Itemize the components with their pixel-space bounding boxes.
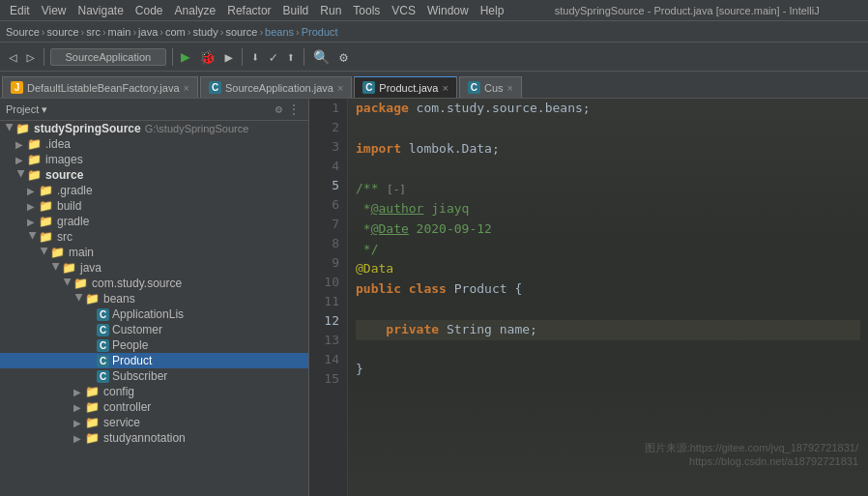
tree-item-idea[interactable]: ▶ 📁 .idea <box>0 136 308 152</box>
vcs-push-icon[interactable]: ⬆ <box>284 49 298 65</box>
code-line-15 <box>356 380 860 400</box>
code-area[interactable]: 1 2 3 4 5 6 7 8 9 10 11 12 13 14 15 pack… <box>309 99 868 496</box>
tab-label-sourceapp: SourceApplication.java <box>225 82 333 94</box>
tab-cus[interactable]: C Cus × <box>459 76 522 98</box>
menu-analyze[interactable]: Analyze <box>169 4 222 17</box>
tree-item-gradle[interactable]: ▶ 📁 gradle <box>0 214 308 229</box>
coverage-button[interactable]: ▶ <box>222 49 236 65</box>
menu-run[interactable]: Run <box>314 4 347 17</box>
tree-label-gradle: gradle <box>57 215 89 228</box>
tree-item-applicationlis[interactable]: C ApplicationLis <box>0 306 308 322</box>
tree-item-beans[interactable]: ▶ 📁 beans <box>0 291 308 306</box>
vcs-update-icon[interactable]: ⬇ <box>248 49 262 65</box>
tree-item-studyannotation[interactable]: ▶ 📁 studyannotation <box>0 430 308 446</box>
toolbar: ◁ ▷ SourceApplication ▶ 🐞 ▶ ⬇ ✓ ⬆ 🔍 ⚙ <box>0 43 868 72</box>
sidebar-title[interactable]: Project ▾ <box>6 103 273 116</box>
menu-view[interactable]: View <box>36 4 72 17</box>
tab-close-product[interactable]: × <box>443 82 448 94</box>
tree-item-com-study[interactable]: ▶ 📁 com.study.source <box>0 276 308 291</box>
service-icon: 📁 <box>85 416 100 429</box>
tree-item-java[interactable]: ▶ 📁 java <box>0 260 308 276</box>
tree-item-src[interactable]: ▶ 📁 src <box>0 229 308 245</box>
code-javadoc-date-pre: * <box>356 219 371 240</box>
editor: 1 2 3 4 5 6 7 8 9 10 11 12 13 14 15 pack… <box>309 99 868 496</box>
debug-button[interactable]: 🐞 <box>196 49 218 65</box>
file-icon-people: C <box>97 339 109 352</box>
source-icon: 📁 <box>27 168 42 182</box>
sidebar-settings-icon[interactable]: ⚙ <box>273 102 285 116</box>
fold-icon-5[interactable]: [-] <box>380 181 406 198</box>
tree-item-config[interactable]: ▶ 📁 config <box>0 384 308 399</box>
tree-item-build[interactable]: ▶ 📁 build <box>0 198 308 214</box>
tree-item-gradle-dot[interactable]: ▶ 📁 .gradle <box>0 183 308 198</box>
bc-source2[interactable]: source <box>47 26 79 38</box>
menu-help[interactable]: Help <box>475 4 510 17</box>
root-icon: 📁 <box>15 122 30 135</box>
code-line-11 <box>356 300 860 320</box>
tree-item-images[interactable]: ▶ 📁 images <box>0 152 308 167</box>
vcs-commit-icon[interactable]: ✓ <box>266 49 279 65</box>
tree-item-source[interactable]: ▶ 📁 source <box>0 167 308 183</box>
toolbar-sep-3 <box>242 48 243 66</box>
main-icon: 📁 <box>50 246 65 259</box>
menu-edit[interactable]: Edit <box>4 4 36 17</box>
tab-defaultlistable[interactable]: J DefaultListableBeanFactory.java × <box>2 76 198 98</box>
sidebar-gear-icon[interactable]: ⋮ <box>285 102 303 116</box>
tab-close-defaultlistable[interactable]: × <box>184 82 189 94</box>
main-content: Project ▾ ⚙ ⋮ ▶ 📁 studySpringSource G:\s… <box>0 99 868 496</box>
tree-label-java: java <box>80 261 101 275</box>
tree-item-service[interactable]: ▶ 📁 service <box>0 415 308 430</box>
tab-product[interactable]: C Product.java × <box>354 76 457 98</box>
tab-close-sourceapp[interactable]: × <box>337 82 343 94</box>
file-icon-product: C <box>97 355 109 367</box>
settings-icon[interactable]: ⚙ <box>336 49 350 65</box>
tree-label-root: studySpringSource <box>34 122 141 135</box>
menu-tools[interactable]: Tools <box>347 4 386 17</box>
ln-2: 2 <box>309 118 339 137</box>
bc-source3[interactable]: source <box>225 26 257 38</box>
menu-refactor[interactable]: Refactor <box>221 4 276 17</box>
sidebar-tree: ▶ 📁 studySpringSource G:\studySpringSour… <box>0 121 308 496</box>
bc-main[interactable]: main <box>108 26 131 38</box>
menu-navigate[interactable]: Navigate <box>72 4 129 17</box>
code-space-1 <box>401 279 409 300</box>
bc-src[interactable]: src <box>86 26 101 38</box>
tree-label-controller: controller <box>103 400 151 414</box>
bc-com[interactable]: com <box>165 26 186 38</box>
tree-item-controller[interactable]: ▶ 📁 controller <box>0 399 308 415</box>
tree-item-main[interactable]: ▶ 📁 main <box>0 245 308 260</box>
search-everywhere-icon[interactable]: 🔍 <box>310 49 333 65</box>
code-javadoc-author-tag: @author <box>371 199 424 219</box>
forward-icon[interactable]: ▷ <box>23 49 37 65</box>
run-button[interactable]: ▶ <box>179 47 192 66</box>
code-line-1: package com.study.source.beans; <box>356 99 860 119</box>
tab-close-cus[interactable]: × <box>507 82 513 94</box>
tree-item-customer[interactable]: C Customer <box>0 322 308 337</box>
bc-source[interactable]: Source <box>6 26 40 38</box>
tab-label-product: Product.java <box>379 82 438 94</box>
tree-item-product[interactable]: C Product <box>0 353 308 368</box>
menu-window[interactable]: Window <box>421 4 475 17</box>
tree-item-subscriber[interactable]: C Subscriber <box>0 368 308 384</box>
run-config-select[interactable]: SourceApplication <box>50 48 166 66</box>
ln-8: 8 <box>309 234 339 253</box>
tree-arrow-root: ▶ <box>5 123 15 134</box>
tree-item-root[interactable]: ▶ 📁 studySpringSource G:\studySpringSour… <box>0 121 308 136</box>
kw-private: private <box>386 320 439 340</box>
menu-vcs[interactable]: VCS <box>386 4 421 17</box>
menu-code[interactable]: Code <box>130 4 169 17</box>
tree-arrow-com-study: ▶ <box>63 277 73 289</box>
back-icon[interactable]: ◁ <box>6 49 19 65</box>
tree-item-people[interactable]: C People <box>0 337 308 353</box>
tab-sourceapplication[interactable]: C SourceApplication.java × <box>200 76 352 98</box>
bc-java[interactable]: java <box>138 26 158 38</box>
tree-label-beans: beans <box>103 292 135 306</box>
bc-product[interactable]: Product <box>302 26 338 38</box>
code-content[interactable]: package com.study.source.beans; import l… <box>348 99 868 496</box>
ln-12: 12 <box>309 311 339 331</box>
bc-study[interactable]: study <box>192 26 217 38</box>
line-numbers: 1 2 3 4 5 6 7 8 9 10 11 12 13 14 15 <box>309 99 348 496</box>
menu-build[interactable]: Build <box>277 4 315 17</box>
bc-beans[interactable]: beans <box>265 26 294 38</box>
tree-arrow-gradle-dot: ▶ <box>27 186 39 196</box>
